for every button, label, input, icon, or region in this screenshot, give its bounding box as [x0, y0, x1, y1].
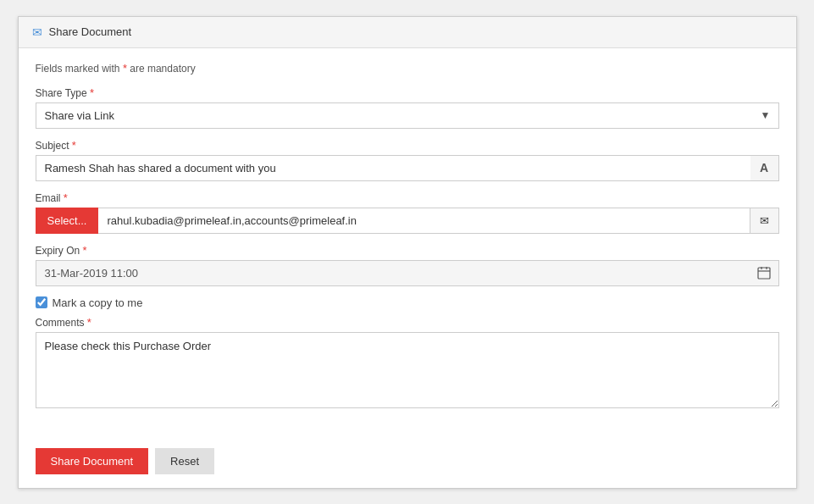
email-group: Email * Select... ✉ — [36, 191, 779, 234]
subject-label: Subject * — [36, 139, 779, 152]
email-input[interactable] — [98, 208, 750, 234]
share-type-label: Share Type * — [36, 86, 779, 99]
mandatory-notice: Fields marked with * are mandatory — [36, 62, 779, 75]
comments-textarea[interactable]: Please check this Purchase Order — [36, 332, 779, 408]
share-type-select[interactable]: Share via Link Share via Email — [36, 102, 779, 129]
expiry-input[interactable] — [36, 260, 779, 286]
dialog-title: Share Document — [49, 25, 132, 38]
reset-button[interactable]: Reset — [155, 448, 214, 474]
subject-input[interactable] — [36, 155, 779, 181]
email-wrapper: Select... ✉ — [36, 208, 779, 234]
share-type-wrapper: Share via Link Share via Email ▼ — [36, 102, 779, 129]
mail-icon: ✉ — [32, 25, 42, 39]
dialog-footer: Share Document Reset — [19, 438, 796, 488]
envelope-icon: ✉ — [760, 214, 769, 227]
subject-group: Subject * A — [36, 139, 779, 181]
expiry-group: Expiry On * — [36, 244, 779, 286]
mark-copy-checkbox[interactable] — [36, 296, 47, 308]
share-type-group: Share Type * Share via Link Share via Em… — [36, 86, 779, 129]
dialog-header: ✉ Share Document — [19, 17, 796, 48]
email-icon-button[interactable]: ✉ — [750, 208, 779, 234]
subject-wrapper: A — [36, 155, 779, 181]
expiry-label: Expiry On * — [36, 244, 779, 257]
mark-copy-wrapper: Mark a copy to me — [36, 296, 779, 309]
mark-copy-label[interactable]: Mark a copy to me — [53, 296, 143, 309]
email-select-button[interactable]: Select... — [36, 208, 99, 234]
dialog-body: Fields marked with * are mandatory Share… — [19, 48, 796, 438]
font-icon: A — [750, 155, 779, 181]
svg-rect-0 — [758, 268, 770, 279]
comments-label: Comments * — [36, 316, 779, 329]
expiry-wrapper — [36, 260, 779, 286]
share-document-dialog: ✉ Share Document Fields marked with * ar… — [18, 16, 797, 489]
email-label: Email * — [36, 191, 779, 204]
calendar-icon[interactable] — [750, 260, 779, 286]
comments-group: Comments * Please check this Purchase Or… — [36, 316, 779, 411]
asterisk-notice: * — [123, 62, 127, 75]
share-document-button[interactable]: Share Document — [36, 448, 149, 474]
